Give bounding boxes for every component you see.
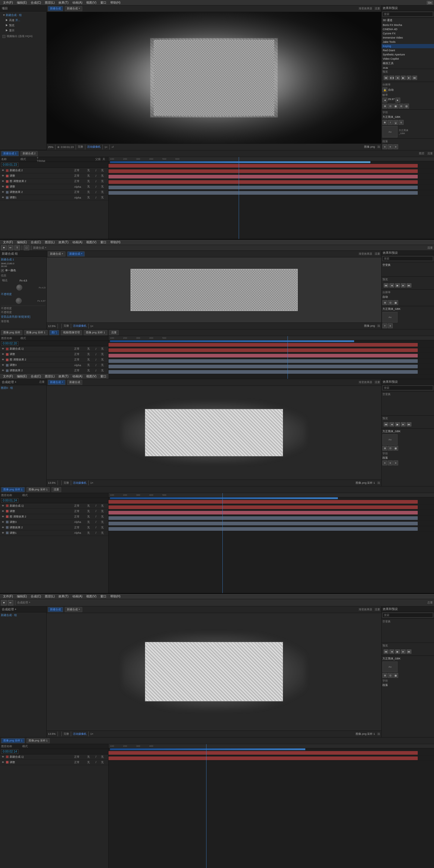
menu-help-1[interactable]: 帮助(H): [108, 0, 122, 5]
layer-eye-1-5[interactable]: 👁: [1, 190, 5, 194]
project-item-1[interactable]: 新建合成 · 组: [1, 13, 45, 18]
viewer-tab-1[interactable]: 新建合成: [48, 6, 63, 11]
menu-window-3[interactable]: 窗口: [98, 374, 108, 379]
layer-eye-4-1[interactable]: 👁: [1, 755, 5, 758]
menu-view-2[interactable]: 视图(V): [84, 240, 98, 245]
tl-tab-4-1[interactable]: 图像.png 采样 1: [1, 738, 25, 743]
menu-edit-1[interactable]: 编辑(E): [15, 0, 29, 5]
tool-4-2[interactable]: ✏: [8, 600, 13, 606]
align-right-btn[interactable]: ≡: [393, 144, 398, 149]
view-btn-2[interactable]: ⊡: [388, 104, 393, 108]
menu-view-4[interactable]: 视图(V): [84, 594, 98, 599]
layer-eye-4-2[interactable]: 👁: [1, 761, 5, 764]
effect-item-redgiant[interactable]: Red Giant: [381, 48, 434, 53]
layer-eye-2-5[interactable]: 👁: [1, 369, 5, 373]
layer-eye-2-4[interactable]: 👁: [1, 364, 5, 367]
opacity-gradient-2[interactable]: 背景品质亮度/渐变[渐变]: [1, 314, 45, 319]
transport4-next[interactable]: ►: [401, 650, 406, 654]
project-item-4[interactable]: ▶ 显示: [1, 28, 45, 33]
menu-edit-3[interactable]: 编辑(E): [15, 374, 29, 379]
transport2-play[interactable]: ▶: [395, 283, 400, 287]
layer-eye-3-3[interactable]: 👁: [1, 515, 5, 518]
effects-search-2[interactable]: [382, 256, 433, 261]
tl-tab-2-6[interactable]: 流量: [109, 330, 119, 335]
view-btn-4-2[interactable]: ⊡: [388, 673, 393, 678]
effect-item-distort[interactable]: 扭曲: [381, 66, 434, 69]
layer-eye-1-6[interactable]: 👁: [1, 196, 5, 199]
viewer-tab-3-2[interactable]: 新建合成: [67, 380, 82, 385]
zoom-level-3[interactable]: 13.5%: [48, 481, 56, 484]
view-btn-4-3[interactable]: ▦: [393, 673, 398, 678]
menu-layer-4[interactable]: 图层(L): [43, 594, 56, 599]
tl-tab-2-2[interactable]: 图像.png 采样 1: [24, 330, 48, 335]
tool-select-2[interactable]: ▼: [1, 245, 7, 250]
viewer-tab-2[interactable]: 新建合成 +: [65, 6, 82, 11]
align-3-1[interactable]: ≡: [382, 461, 387, 465]
effect-item-synthetic[interactable]: Synthetic Aperture: [381, 53, 434, 57]
menu-help-2[interactable]: 帮助(H): [108, 240, 122, 245]
anchor-val-2[interactable]: Fx 4,5: [20, 279, 44, 282]
menu-comp-3[interactable]: 合成(C): [29, 374, 43, 379]
view-btn-1[interactable]: ⊞: [382, 104, 387, 108]
viewer-tab-4-2[interactable]: 新建合成 +: [65, 607, 82, 612]
knob-2-1[interactable]: [16, 284, 22, 290]
effects-search-1[interactable]: [382, 12, 433, 17]
tl-timecode-3[interactable]: 0:00:01:24: [1, 498, 19, 503]
menu-anim-1[interactable]: 动画(A): [70, 0, 84, 5]
zoom-level-4[interactable]: 13.5%: [48, 733, 56, 735]
menu-edit-4[interactable]: 编辑(E): [15, 594, 29, 599]
menu-edit-2[interactable]: 编辑(E): [15, 240, 29, 245]
effect-item-3d[interactable]: 3D 通道: [381, 18, 434, 23]
view-btn-2-3[interactable]: ▦: [393, 300, 398, 305]
layer-eye-3-2[interactable]: 👁: [1, 509, 5, 513]
view-btn-3-3[interactable]: ▦: [393, 446, 398, 451]
menu-file-3[interactable]: 文件(F): [1, 374, 15, 379]
menu-file-1[interactable]: 文件(F): [1, 0, 15, 5]
opacity-lock-btn[interactable]: 🔒: [382, 87, 387, 92]
fps-ctrl-1[interactable]: ◄: [382, 98, 387, 102]
transport-first[interactable]: ⏮: [384, 76, 389, 80]
menu-window-1[interactable]: 窗口: [98, 0, 108, 5]
effect-item-boris[interactable]: Boris FX Mocha: [381, 23, 434, 27]
effects-search-4[interactable]: [382, 613, 433, 618]
char-btn-2-1[interactable]: T: [382, 323, 387, 328]
tool-text-2[interactable]: T: [14, 245, 20, 250]
menu-window-4[interactable]: 窗口: [98, 594, 108, 599]
menu-view-3[interactable]: 视图(V): [84, 374, 98, 379]
project-item-3[interactable]: ▶ 预览: [1, 23, 45, 28]
tl-tab-1-1[interactable]: 新建合成 1: [1, 151, 19, 156]
view-btn-3[interactable]: ▦: [393, 104, 398, 108]
transport2-first[interactable]: ⏮: [384, 283, 389, 287]
project-item-2[interactable]: ▶ 高速 开...: [1, 18, 45, 23]
zoom-level-1[interactable]: 25%: [48, 146, 53, 149]
tl-timecode-1[interactable]: 0:00:01:23: [1, 162, 19, 167]
effect-item-immersive[interactable]: Immersive Video: [381, 36, 434, 40]
tl-tab-2-5[interactable]: 图像.png 采样 1: [84, 330, 107, 335]
knob-2-2[interactable]: [16, 298, 22, 304]
tool-4-1[interactable]: ▼: [1, 600, 7, 606]
view-btn-3-1[interactable]: ⊞: [382, 446, 387, 451]
align-left-btn[interactable]: ≡: [382, 144, 387, 149]
tl-timecode-4[interactable]: 0:00:02:14: [1, 749, 19, 754]
tl-timecode-2[interactable]: 0:00:02:20: [1, 341, 19, 346]
effects-search-3[interactable]: [382, 385, 433, 390]
transport2-next[interactable]: ►: [401, 283, 406, 287]
menu-help-4[interactable]: 帮助(H): [108, 594, 122, 599]
tool-shape-2[interactable]: □: [24, 245, 29, 250]
menu-anim-3[interactable]: 动画(A): [70, 374, 84, 379]
transport-prev-frame[interactable]: ◄◄: [390, 76, 394, 80]
char-btn-2-2[interactable]: ≡: [388, 323, 393, 328]
align-center-btn[interactable]: ≡: [388, 144, 393, 149]
transport-last[interactable]: ⏭: [412, 76, 417, 80]
effect-item-c4d[interactable]: CINEMA 4D: [381, 27, 434, 31]
layer-eye-1-3[interactable]: 👁: [1, 180, 5, 183]
zoom-level-2[interactable]: 12.5%: [48, 324, 56, 328]
viewer-tab-4-1[interactable]: 新建合成: [48, 607, 63, 612]
fps-ctrl-2[interactable]: ►: [396, 98, 400, 102]
tl-tab-2-1[interactable]: 图像.png 采样: [1, 330, 22, 335]
view-btn-3-2[interactable]: ⊡: [388, 446, 393, 451]
effect-item-cycore[interactable]: Cycore FX: [381, 31, 434, 36]
transport-next[interactable]: ►: [407, 76, 411, 80]
layer-eye-3-4[interactable]: 👁: [1, 520, 5, 524]
tl-tab-4-2[interactable]: 图像.png 采样 1: [27, 738, 50, 743]
